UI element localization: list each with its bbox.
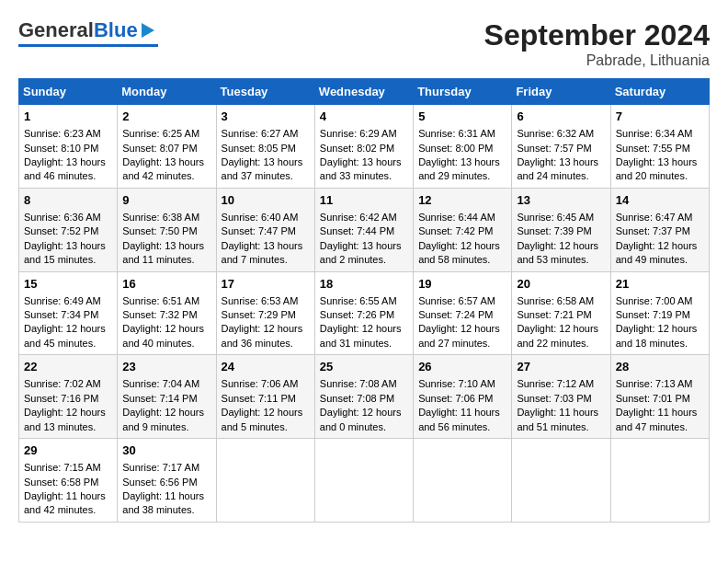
sunrise: Sunrise: 7:10 AM: [418, 378, 495, 389]
calendar-cell: 12 Sunrise: 6:44 AM Sunset: 7:42 PM Dayl…: [414, 188, 512, 271]
sunrise: Sunrise: 6:25 AM: [122, 128, 199, 139]
daylight: Daylight: 12 hours and 31 minutes.: [320, 323, 402, 348]
daylight: Daylight: 12 hours and 0 minutes.: [320, 407, 402, 431]
week-row-5: 29 Sunrise: 7:15 AM Sunset: 6:58 PM Dayl…: [19, 439, 710, 523]
calendar-cell: 9 Sunrise: 6:38 AM Sunset: 7:50 PM Dayli…: [118, 188, 216, 271]
sunrise: Sunrise: 7:13 AM: [616, 378, 693, 389]
day-number: 8: [24, 192, 112, 209]
daylight: Daylight: 12 hours and 18 minutes.: [616, 323, 698, 348]
daylight: Daylight: 12 hours and 27 minutes.: [418, 323, 500, 348]
day-number: 20: [517, 276, 605, 293]
sunset: Sunset: 7:19 PM: [616, 309, 690, 320]
sunset: Sunset: 7:06 PM: [418, 393, 493, 404]
day-number: 18: [320, 276, 408, 293]
calendar-cell: 23 Sunrise: 7:04 AM Sunset: 7:14 PM Dayl…: [118, 355, 216, 439]
sunset: Sunset: 7:11 PM: [222, 393, 296, 404]
day-number: 6: [517, 109, 605, 125]
calendar-table: SundayMondayTuesdayWednesdayThursdayFrid…: [18, 78, 710, 523]
daylight: Daylight: 13 hours and 24 minutes.: [517, 156, 598, 181]
sunset: Sunset: 7:24 PM: [418, 309, 493, 320]
sunrise: Sunrise: 6:58 AM: [517, 295, 594, 306]
sunrise: Sunrise: 6:40 AM: [222, 212, 299, 223]
day-number: 11: [320, 192, 408, 209]
sunset: Sunset: 7:16 PM: [24, 393, 98, 404]
sunset: Sunset: 7:32 PM: [122, 309, 197, 320]
sunset: Sunset: 7:57 PM: [517, 143, 591, 154]
logo-general-text: General: [18, 18, 94, 42]
sunset: Sunset: 8:05 PM: [222, 143, 296, 154]
sunrise: Sunrise: 7:08 AM: [320, 378, 397, 389]
day-number: 16: [122, 276, 210, 293]
calendar-cell: 3 Sunrise: 6:27 AM Sunset: 8:05 PM Dayli…: [216, 105, 314, 189]
sunset: Sunset: 6:58 PM: [24, 477, 98, 488]
svg-marker-0: [142, 23, 154, 38]
day-number: 26: [418, 359, 506, 375]
sunset: Sunset: 7:03 PM: [517, 393, 591, 404]
daylight: Daylight: 12 hours and 49 minutes.: [616, 240, 698, 265]
day-number: 23: [122, 359, 210, 375]
sunset: Sunset: 7:37 PM: [616, 225, 690, 236]
calendar-cell: 20 Sunrise: 6:58 AM Sunset: 7:21 PM Dayl…: [512, 271, 610, 355]
calendar-cell: 21 Sunrise: 7:00 AM Sunset: 7:19 PM Dayl…: [610, 271, 709, 355]
day-number: 1: [24, 109, 112, 125]
week-row-2: 8 Sunrise: 6:36 AM Sunset: 7:52 PM Dayli…: [19, 188, 710, 271]
day-number: 7: [616, 109, 704, 125]
daylight: Daylight: 12 hours and 40 minutes.: [122, 323, 204, 348]
daylight: Daylight: 12 hours and 36 minutes.: [222, 323, 303, 348]
daylight: Daylight: 13 hours and 11 minutes.: [122, 240, 204, 265]
sunset: Sunset: 8:07 PM: [122, 143, 197, 154]
sunset: Sunset: 7:29 PM: [222, 309, 296, 320]
daylight: Daylight: 13 hours and 46 minutes.: [24, 156, 106, 181]
sunset: Sunset: 7:01 PM: [616, 393, 690, 404]
daylight: Daylight: 12 hours and 53 minutes.: [517, 240, 598, 265]
sunset: Sunset: 7:47 PM: [222, 225, 296, 236]
calendar-cell: 6 Sunrise: 6:32 AM Sunset: 7:57 PM Dayli…: [512, 105, 610, 189]
daylight: Daylight: 11 hours and 42 minutes.: [24, 490, 106, 515]
calendar-cell: 30 Sunrise: 7:17 AM Sunset: 6:56 PM Dayl…: [118, 439, 216, 523]
sunrise: Sunrise: 7:06 AM: [222, 378, 299, 389]
sunset: Sunset: 7:39 PM: [517, 225, 591, 236]
calendar-cell: 11 Sunrise: 6:42 AM Sunset: 7:44 PM Dayl…: [314, 188, 413, 271]
sunset: Sunset: 7:50 PM: [122, 225, 197, 236]
daylight: Daylight: 13 hours and 20 minutes.: [616, 156, 698, 181]
sunrise: Sunrise: 6:27 AM: [222, 128, 299, 139]
day-number: 28: [616, 359, 704, 375]
daylight: Daylight: 13 hours and 2 minutes.: [320, 240, 402, 265]
logo-arrow-icon: [138, 20, 158, 40]
daylight: Daylight: 12 hours and 13 minutes.: [24, 407, 106, 431]
calendar-body: 1 Sunrise: 6:23 AM Sunset: 8:10 PM Dayli…: [19, 105, 710, 523]
calendar-cell: 26 Sunrise: 7:10 AM Sunset: 7:06 PM Dayl…: [414, 355, 512, 439]
calendar-cell: [314, 439, 413, 523]
day-header-tuesday: Tuesday: [216, 79, 314, 105]
daylight: Daylight: 12 hours and 45 minutes.: [24, 323, 106, 348]
calendar-cell: 16 Sunrise: 6:51 AM Sunset: 7:32 PM Dayl…: [118, 271, 216, 355]
sunrise: Sunrise: 7:17 AM: [122, 462, 199, 473]
week-row-4: 22 Sunrise: 7:02 AM Sunset: 7:16 PM Dayl…: [19, 355, 710, 439]
daylight: Daylight: 13 hours and 42 minutes.: [122, 156, 204, 181]
sunrise: Sunrise: 7:00 AM: [616, 295, 693, 306]
day-number: 19: [418, 276, 506, 293]
calendar-cell: 13 Sunrise: 6:45 AM Sunset: 7:39 PM Dayl…: [512, 188, 610, 271]
day-number: 17: [222, 276, 310, 293]
daylight: Daylight: 11 hours and 38 minutes.: [122, 490, 204, 515]
sunset: Sunset: 7:26 PM: [320, 309, 394, 320]
week-row-3: 15 Sunrise: 6:49 AM Sunset: 7:34 PM Dayl…: [19, 271, 710, 355]
day-number: 27: [517, 359, 605, 375]
day-number: 25: [320, 359, 408, 375]
day-header-wednesday: Wednesday: [314, 79, 413, 105]
calendar-cell: 15 Sunrise: 6:49 AM Sunset: 7:34 PM Dayl…: [19, 271, 118, 355]
daylight: Daylight: 13 hours and 29 minutes.: [418, 156, 500, 181]
day-header-thursday: Thursday: [414, 79, 512, 105]
calendar-subtitle: Pabrade, Lithuania: [484, 52, 710, 69]
calendar-cell: 14 Sunrise: 6:47 AM Sunset: 7:37 PM Dayl…: [610, 188, 709, 271]
sunset: Sunset: 7:14 PM: [122, 393, 197, 404]
calendar-cell: 24 Sunrise: 7:06 AM Sunset: 7:11 PM Dayl…: [216, 355, 314, 439]
day-header-friday: Friday: [512, 79, 610, 105]
day-number: 9: [122, 192, 210, 209]
sunset: Sunset: 8:10 PM: [24, 143, 98, 154]
calendar-cell: [610, 439, 709, 523]
sunrise: Sunrise: 6:23 AM: [24, 128, 101, 139]
day-number: 3: [222, 109, 310, 125]
daylight: Daylight: 12 hours and 5 minutes.: [222, 407, 303, 431]
calendar-cell: [216, 439, 314, 523]
